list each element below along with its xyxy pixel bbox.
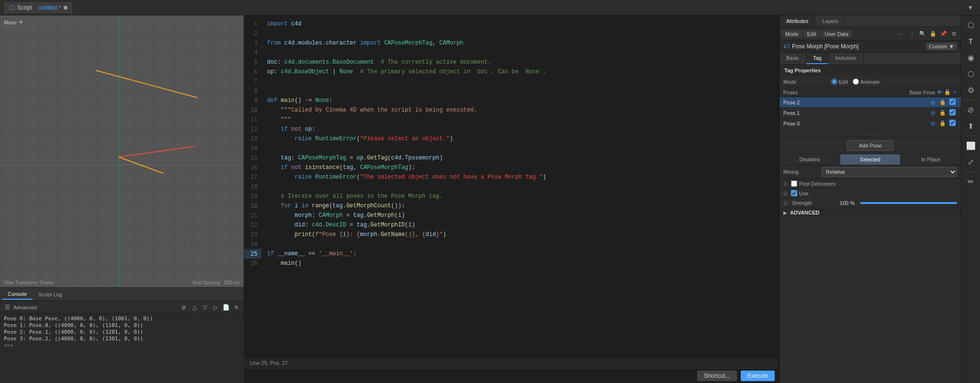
console-tab-scriptlog[interactable]: Script Log [33, 290, 68, 299]
pose-0-lock[interactable]: 🔒 [938, 120, 947, 126]
script-tab[interactable]: ⬡ Script untitled * [4, 2, 72, 13]
axis-y-line [119, 15, 119, 287]
console-down-icon[interactable]: ▽ [200, 303, 209, 312]
tab-dropdown[interactable]: ▼ [965, 3, 976, 12]
icon-separator-2 [965, 135, 977, 136]
advanced-arrow-icon: ▶ [783, 210, 787, 215]
attr-toolbar: Mode Edit User Data ← ↑ 🔍 🔒 📌 ⧉ [780, 27, 961, 41]
tab-tag[interactable]: Tag [806, 53, 829, 64]
icon-separator-1 [965, 100, 977, 100]
viewport-canvas[interactable]: Move ✛ Grid Spacing : 500 cm View Transf… [0, 15, 244, 287]
pose-0-eye[interactable]: ◎ [928, 120, 938, 126]
attr-tab-layers[interactable]: Layers [815, 15, 845, 27]
console-up-icon[interactable]: △ [190, 303, 199, 312]
console-line-2: Pose 2: Pose.1, ((4000, 0, 0), (1201, 0,… [4, 329, 240, 335]
shortcut-button[interactable]: Shortcut... [697, 371, 737, 381]
search-icon[interactable]: 🔍 [918, 29, 927, 39]
circle-icon[interactable]: ◉ [963, 50, 979, 65]
advanced-row[interactable]: ▶ ADVANCED [780, 208, 961, 217]
pose-1-eye[interactable]: ◎ [928, 110, 938, 116]
mode-button[interactable]: Mode [781, 30, 802, 38]
pose-1-lock[interactable]: 🔒 [938, 110, 947, 116]
mode-animate-label: Animate [860, 79, 880, 85]
tab-inclusion[interactable]: Inclusion [829, 53, 863, 64]
pose-morph-icon: 🏷 [783, 43, 789, 50]
mode-label: Mode [783, 79, 831, 85]
brush-icon[interactable]: ⊘ [963, 102, 979, 117]
nodes-icon[interactable]: ⬡ [963, 66, 979, 81]
console-menu-icon[interactable]: ☰ [3, 303, 11, 312]
editor-content[interactable]: 1 2 3 4 5 6 7 8 9 10 11 12 13 14 15 16 1… [244, 15, 779, 357]
pose-row-1[interactable]: Pose.1 ◎ 🔒 [780, 108, 961, 118]
console-prompt: >>> [4, 342, 240, 349]
edit-disabled-btn[interactable]: Disabled [780, 154, 840, 165]
mode-radio-group: Edit Animate [831, 79, 880, 85]
viewport-panel: Move ✛ Grid Spacing : 500 cm View Transf… [0, 15, 244, 383]
console-close-icon[interactable]: ✕ [232, 303, 241, 312]
use-checkbox[interactable] [791, 190, 797, 196]
tag-properties-section: Tag Properties Mode Edit Animate [780, 65, 961, 137]
use-label: Use [799, 191, 809, 196]
pose-2-lock[interactable]: 🔒 [938, 99, 947, 105]
poses-label: Poses [783, 90, 910, 95]
edit-inplace-btn[interactable]: In Place [901, 154, 961, 165]
attr-tab-attributes[interactable]: Attributes [780, 15, 815, 27]
mode-row: Mode Edit Animate [780, 76, 961, 88]
pose-2-check[interactable] [947, 99, 957, 106]
transform-icon[interactable]: ⤢ [963, 154, 979, 169]
dots-indicator: · · · [780, 129, 961, 137]
advanced-label: ADVANCED [790, 210, 820, 215]
viewport-grid [0, 15, 244, 287]
pin-icon[interactable]: 📌 [939, 29, 948, 39]
gear-icon[interactable]: ⚙ [963, 82, 979, 98]
file-tab-label: untitled * [39, 4, 61, 11]
window-icon[interactable]: ⧉ [949, 29, 959, 39]
nav-up-icon[interactable]: ↑ [907, 29, 917, 39]
pose-2-name: Pose.2 [783, 100, 928, 105]
upload-icon[interactable]: ⬆ [963, 118, 979, 134]
cube-icon[interactable]: ⬡ [963, 17, 979, 33]
script-icon: ⬡ [9, 4, 14, 11]
console-clear-icon[interactable]: ⊘ [179, 303, 188, 312]
console-doc-icon[interactable]: 📄 [222, 303, 230, 312]
viewport-icon[interactable]: ⬜ [963, 138, 979, 153]
editor-status: Line 25, Pos. 27 [244, 357, 779, 368]
add-pose-button[interactable]: Add Pose [847, 140, 894, 151]
line-numbers: 1 2 3 4 5 6 7 8 9 10 11 12 13 14 15 16 1… [244, 15, 261, 357]
strength-slider-container[interactable] [860, 202, 957, 204]
icon-separator-3 [965, 171, 977, 172]
execute-button[interactable]: Execute [741, 371, 775, 381]
pose-row-2[interactable]: Pose.2 ◎ 🔒 [780, 97, 961, 108]
console-tab-console[interactable]: Console [2, 289, 33, 300]
post-deformers-checkbox[interactable] [791, 180, 797, 187]
pose-row-0[interactable]: Pose.0 ◎ 🔒 [780, 118, 961, 129]
tab-area: ⬡ Script untitled * ▼ [0, 2, 980, 13]
pose-2-eye[interactable]: ◎ [928, 99, 938, 105]
custom-dropdown[interactable]: Custom ▼ [926, 43, 957, 50]
move-label: Move ✛ [4, 19, 23, 25]
tag-properties-title: Tag Properties [780, 65, 961, 76]
mixing-select[interactable]: Relative [822, 167, 957, 177]
edit-row: Disabled Selected In Place [780, 154, 961, 165]
console-line-1: Pose 1: Pose.0, ((4000, 0, 0), (1101, 0,… [4, 322, 240, 328]
nav-back-icon[interactable]: ← [897, 29, 906, 39]
pose-0-check[interactable] [947, 120, 957, 127]
edit-selected-btn[interactable]: Selected [840, 154, 901, 165]
post-deformers-diamond: ◇ [783, 180, 787, 187]
tab-basic[interactable]: Basic [780, 53, 806, 64]
edit-button[interactable]: Edit [803, 30, 820, 38]
userdata-button[interactable]: User Data [821, 30, 853, 38]
icon-bar: ⬡ T ◉ ⬡ ⚙ ⊘ ⬆ ⬜ ⤢ ✏ [961, 15, 980, 383]
console-line-3: Pose 3: Pose.2, ((4000, 0, 0), (1301, 0,… [4, 336, 240, 342]
text-icon[interactable]: T [963, 34, 979, 49]
code-content[interactable]: import c4d from c4d.modules.character im… [261, 15, 779, 357]
console-play-icon[interactable]: ▷ [211, 303, 220, 312]
pencil-icon[interactable]: ✏ [963, 174, 979, 189]
lock-icon[interactable]: 🔒 [928, 29, 938, 39]
editor-actions: Shortcut... Execute [244, 368, 779, 383]
mode-edit-option[interactable]: Edit [831, 79, 848, 85]
console-tabs: Console Script Log [0, 288, 244, 301]
pose-1-check[interactable] [947, 109, 957, 117]
transform-label: View Transform: Scene [4, 280, 53, 285]
mode-animate-option[interactable]: Animate [853, 79, 880, 85]
